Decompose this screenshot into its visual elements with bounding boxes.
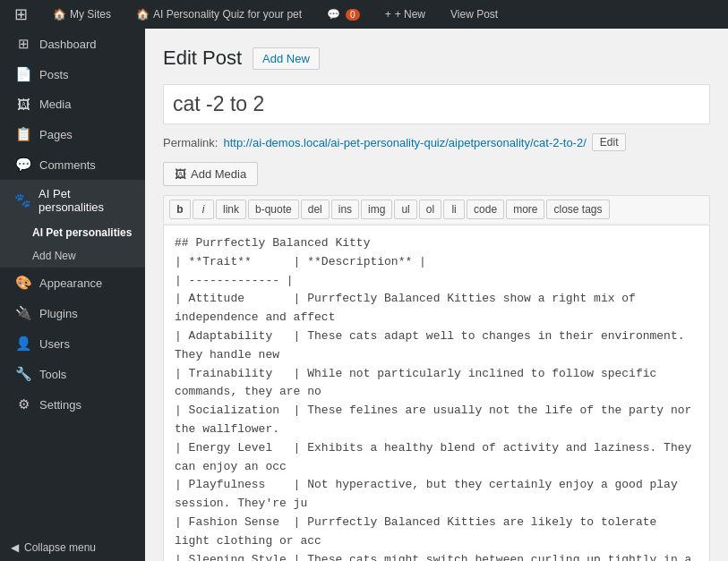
sidebar-item-tools[interactable]: 🔧 Tools [0, 359, 145, 389]
sidebar-item-comments[interactable]: 💬 Comments [0, 149, 145, 180]
toolbar-btn-i[interactable]: i [193, 200, 214, 219]
settings-icon: ⚙ [14, 396, 32, 412]
collapse-menu-label: Collapse menu [24, 541, 96, 554]
sidebar-sub-label: AI Pet personalities [32, 226, 132, 239]
sidebar-item-label: Plugins [39, 307, 78, 320]
toolbar-btn-del[interactable]: del [301, 200, 330, 219]
toolbar-btn-link[interactable]: link [216, 200, 246, 219]
sidebar-item-ai-pet[interactable]: 🐾 AI Pet personalities [0, 180, 145, 221]
collapse-icon: ◀ [11, 541, 19, 554]
sidebar-item-posts[interactable]: 📄 Posts [0, 59, 145, 89]
permalink-label: Permalink: [163, 136, 218, 149]
site-icon: 🏠 [136, 8, 150, 21]
main-layout: ⊞ Dashboard 📄 Posts 🖼 Media 📋 Pages 💬 Co… [0, 29, 728, 561]
collapse-menu-item[interactable]: ◀ Collapse menu [0, 534, 145, 561]
editor-content[interactable]: ## Purrfectly Balanced Kitty | **Trait**… [163, 225, 710, 561]
add-new-button[interactable]: Add New [253, 47, 320, 70]
sidebar: ⊞ Dashboard 📄 Posts 🖼 Media 📋 Pages 💬 Co… [0, 29, 145, 561]
tools-icon: 🔧 [14, 366, 32, 382]
new-label: + New [395, 8, 425, 21]
posts-icon: 📄 [14, 66, 32, 82]
permalink-row: Permalink: http://ai-demos.local/ai-pet-… [163, 133, 710, 151]
my-sites-icon: 🏠 [53, 8, 66, 21]
ai-pet-icon: 🐾 [14, 192, 31, 208]
pages-icon: 📋 [14, 126, 32, 142]
sidebar-item-label: Dashboard [39, 38, 97, 51]
sidebar-item-pages[interactable]: 📋 Pages [0, 119, 145, 149]
sidebar-item-label: Media [39, 98, 71, 111]
sidebar-item-label: Settings [39, 398, 81, 412]
toolbar-btn-img[interactable]: img [361, 200, 392, 219]
comments-icon: 💬 [14, 157, 32, 173]
permalink-url[interactable]: http://ai-demos.local/ai-pet-personality… [223, 136, 586, 149]
sidebar-item-label: Users [39, 337, 70, 351]
site-title-label: AI Personality Quiz for your pet [153, 8, 302, 21]
media-row: 🖼 Add Media [163, 162, 710, 186]
plus-icon: + [385, 8, 391, 21]
page-title: Edit Post [163, 47, 242, 70]
users-icon: 👤 [14, 336, 32, 352]
wp-logo-item[interactable]: ⊞ [9, 0, 33, 29]
comments-item[interactable]: 💬 0 [321, 0, 365, 29]
permalink-edit-button[interactable]: Edit [592, 133, 627, 151]
site-title-item[interactable]: 🏠 AI Personality Quiz for your pet [131, 0, 307, 29]
appearance-icon: 🎨 [14, 275, 32, 291]
sidebar-item-label: Posts [39, 68, 69, 81]
view-post-item[interactable]: View Post [445, 0, 503, 29]
comment-count-badge: 0 [346, 9, 360, 21]
toolbar-btn-ol[interactable]: ol [419, 200, 441, 219]
toolbar-btn-bquote[interactable]: b-quote [248, 200, 299, 219]
toolbar-btn-code[interactable]: code [467, 200, 504, 219]
toolbar-btn-ins[interactable]: ins [331, 200, 359, 219]
sidebar-item-appearance[interactable]: 🎨 Appearance [0, 268, 145, 298]
add-media-button[interactable]: 🖼 Add Media [163, 162, 258, 186]
toolbar-btn-b[interactable]: b [169, 200, 191, 219]
add-media-label: Add Media [191, 167, 246, 181]
sidebar-item-users[interactable]: 👤 Users [0, 328, 145, 359]
add-media-icon: 🖼 [175, 167, 186, 181]
page-title-row: Edit Post Add New [163, 47, 710, 70]
admin-bar: ⊞ 🏠 My Sites 🏠 AI Personality Quiz for y… [0, 0, 728, 29]
sidebar-sub-add-new-label: Add New [32, 250, 76, 262]
sidebar-item-dashboard[interactable]: ⊞ Dashboard [0, 29, 145, 59]
sidebar-item-plugins[interactable]: 🔌 Plugins [0, 298, 145, 328]
toolbar-btn-more[interactable]: more [506, 200, 544, 219]
dashboard-icon: ⊞ [14, 36, 32, 52]
sidebar-sub-ai-pet-add-new[interactable]: Add New [0, 244, 145, 268]
my-sites-label: My Sites [70, 8, 111, 21]
wp-logo-icon: ⊞ [14, 4, 28, 24]
sidebar-item-label: Appearance [39, 276, 102, 290]
toolbar-btn-close-tags[interactable]: close tags [546, 200, 609, 219]
sidebar-item-label: Tools [39, 368, 66, 381]
view-post-label: View Post [450, 8, 498, 21]
post-title-input[interactable] [163, 84, 710, 124]
toolbar-btn-li[interactable]: li [443, 200, 465, 219]
plugins-icon: 🔌 [14, 305, 32, 321]
sidebar-item-label: AI Pet personalities [39, 187, 134, 214]
sidebar-item-settings[interactable]: ⚙ Settings [0, 389, 145, 420]
content-area: Edit Post Add New Permalink: http://ai-d… [145, 29, 728, 561]
sidebar-item-label: Pages [39, 128, 73, 141]
comment-icon: 💬 [327, 8, 340, 21]
media-icon: 🖼 [14, 97, 32, 112]
sidebar-item-label: Comments [39, 158, 96, 172]
sidebar-sub-ai-pet: AI Pet personalities Add New [0, 221, 145, 268]
my-sites-item[interactable]: 🏠 My Sites [47, 0, 116, 29]
sidebar-sub-ai-pet-main[interactable]: AI Pet personalities [0, 221, 145, 244]
editor-toolbar: b i link b-quote del ins img ul ol li co… [163, 195, 710, 223]
toolbar-btn-ul[interactable]: ul [394, 200, 416, 219]
sidebar-item-media[interactable]: 🖼 Media [0, 89, 145, 119]
new-item[interactable]: + + New [380, 0, 431, 29]
